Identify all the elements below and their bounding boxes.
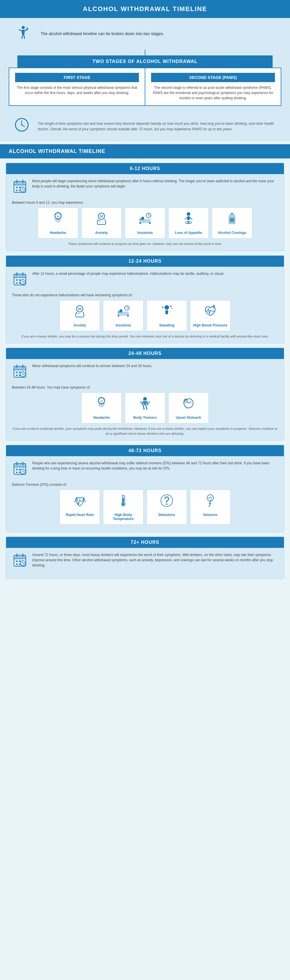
- delusions-icon: [160, 493, 174, 511]
- svg-point-16: [16, 186, 18, 188]
- anxiety-icon: [73, 304, 87, 321]
- second-stage-text: The second stage is referred to as post-…: [151, 85, 275, 101]
- svg-rect-35: [149, 222, 151, 224]
- svg-rect-49: [230, 218, 235, 222]
- symptom-label: Seizures: [203, 513, 217, 517]
- between-text: Delirium Tremens (DTs) consists of:: [12, 483, 278, 487]
- svg-rect-75: [165, 310, 168, 314]
- stages-wrapper: FIRST STAGE The first stage consists of …: [9, 68, 281, 106]
- symptom-item: Headache: [81, 392, 122, 423]
- symptom-label: Insomnia: [138, 231, 153, 235]
- symptom-grid: Anxiety Insomnia: [12, 300, 278, 331]
- svg-point-31: [102, 215, 103, 216]
- symptom-item: Headache: [38, 207, 78, 239]
- svg-point-30: [100, 215, 101, 216]
- second-stage-box: SECOND STAGE (PAWS) The second stage is …: [145, 68, 281, 105]
- svg-point-55: [16, 279, 18, 281]
- symptom-label: Sweating: [159, 323, 174, 327]
- period-body: After 12 hours, a small percentage of pe…: [6, 267, 284, 343]
- anxiety-icon: [94, 211, 109, 228]
- svg-point-123: [166, 503, 168, 505]
- period-body: Around 72 hours, or three days, most hea…: [6, 548, 284, 579]
- period-header: 12-24 HOURS: [6, 256, 284, 267]
- symptom-grid: Rapid Heart Rate High Body Temperature: [12, 490, 278, 525]
- first-stage-title: FIRST STAGE: [15, 73, 139, 82]
- cravings-icon: [225, 211, 239, 228]
- symptom-grid: Headache Anxiety: [12, 207, 278, 239]
- svg-rect-4: [27, 27, 28, 30]
- tremors-icon: [138, 396, 152, 413]
- svg-point-108: [19, 469, 21, 470]
- svg-rect-127: [14, 555, 26, 558]
- second-stage-title: SECOND STAGE (PAWS): [151, 73, 275, 82]
- symptom-item: Insomnia: [125, 207, 165, 239]
- period-header: 48-72 HOURS: [6, 445, 284, 456]
- svg-rect-68: [118, 315, 119, 316]
- svg-line-2: [19, 30, 22, 31]
- svg-line-6: [24, 34, 25, 38]
- period-intro: People who are experiencing severe alcoh…: [12, 461, 278, 479]
- symptom-item: High Body Temperature: [103, 490, 144, 525]
- svg-rect-48: [231, 213, 233, 214]
- intro-text: The alcohol withdrawal timeline can be b…: [41, 31, 164, 37]
- svg-point-0: [22, 26, 25, 29]
- svg-point-10: [21, 124, 23, 126]
- symptom-item: Delusions: [146, 490, 187, 525]
- symptom-label: High Body Temperature: [106, 513, 141, 521]
- svg-point-118: [122, 503, 124, 506]
- first-stage-box: FIRST STAGE The first stage consists of …: [9, 68, 145, 105]
- clock-section: The length of time symptoms last and how…: [0, 112, 290, 141]
- svg-point-85: [16, 375, 18, 376]
- period-card-6-12: 6-12 HOURS Most people will begin experi…: [6, 163, 284, 251]
- svg-point-132: [19, 560, 21, 562]
- svg-point-70: [120, 309, 122, 312]
- headache-icon: [51, 211, 65, 228]
- svg-point-134: [16, 563, 18, 565]
- card-note: These symptoms will continue to progress…: [12, 242, 278, 247]
- stomach-icon: [181, 396, 196, 413]
- timeline-header: ALCOHOL WITHDRAWAL TIMELINE: [0, 144, 290, 158]
- calendar-icon: [12, 552, 28, 571]
- svg-point-64: [78, 308, 79, 309]
- symptom-label: Headache: [50, 231, 67, 235]
- stages-section: TWO STAGES OF ALCOHOL WITHDRAWAL FIRST S…: [0, 49, 290, 112]
- period-description: People who are experiencing severe alcoh…: [32, 461, 278, 471]
- period-body: People who are experiencing severe alcoh…: [6, 456, 284, 532]
- svg-point-131: [16, 560, 18, 562]
- period-card-72plus: 72+ HOURS Around 72 hours, or three days…: [6, 536, 284, 579]
- period-body: Most people will begin experiencing mino…: [6, 174, 284, 251]
- card-note: If you are a heavy drinker, you may be a…: [12, 334, 278, 339]
- svg-point-107: [16, 469, 18, 470]
- calendar-icon: [12, 363, 28, 382]
- symptom-item: Upset Stomach: [168, 392, 209, 423]
- symptom-label: Insomnia: [116, 323, 131, 327]
- svg-rect-116: [123, 498, 124, 503]
- insomnia-icon: [116, 304, 130, 321]
- period-header: 72+ HOURS: [6, 537, 284, 548]
- svg-rect-69: [127, 315, 129, 316]
- svg-point-58: [16, 282, 18, 283]
- symptom-item: Anxiety: [81, 207, 122, 239]
- svg-line-97: [143, 405, 144, 409]
- svg-point-65: [80, 308, 81, 309]
- calendar-icon: [12, 178, 28, 197]
- period-intro: Minor withdrawal symptoms will continue …: [12, 363, 278, 382]
- clock-icon: [12, 118, 32, 135]
- svg-rect-51: [14, 274, 26, 277]
- person-drinking-icon: [12, 24, 35, 44]
- svg-line-42: [185, 218, 187, 219]
- period-description: Minor withdrawal symptoms will continue …: [32, 363, 152, 369]
- headache-icon: [94, 396, 109, 413]
- svg-line-43: [190, 218, 192, 219]
- symptom-item: Seizures: [190, 490, 231, 525]
- card-note: If you are a mild to moderate drinker, y…: [12, 426, 278, 436]
- seizures-icon: [203, 493, 217, 511]
- blood_pressure-icon: [203, 304, 217, 321]
- svg-rect-78: [14, 366, 26, 370]
- symptom-label: Anxiety: [95, 231, 108, 235]
- symptom-item: Body Tremors: [125, 392, 165, 423]
- period-description: Around 72 hours, or three days, most hea…: [32, 552, 278, 568]
- period-description: After 12 hours, a small percentage of pe…: [32, 271, 224, 276]
- svg-point-82: [16, 371, 18, 373]
- svg-line-5: [22, 34, 23, 38]
